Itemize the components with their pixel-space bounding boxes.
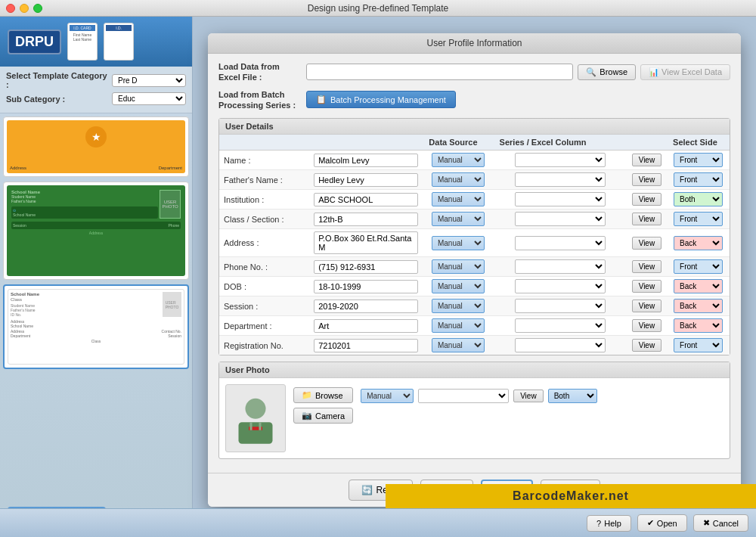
bottom-cancel-button[interactable]: ✖ Cancel bbox=[693, 514, 748, 532]
col-value bbox=[309, 135, 423, 151]
photo-datasource-select[interactable]: Manual Excel bbox=[361, 389, 414, 403]
user-photo-section: User Photo bbox=[218, 362, 730, 459]
series-select[interactable] bbox=[515, 299, 606, 313]
datasource-select[interactable]: Manual Excel Database bbox=[432, 236, 485, 250]
batch-processing-button[interactable]: 📋 Batch Processing Management bbox=[306, 91, 456, 108]
view-button[interactable]: View bbox=[632, 300, 662, 312]
excel-file-input[interactable] bbox=[306, 64, 573, 80]
field-value: Hedley Levy bbox=[314, 173, 418, 187]
view-button[interactable]: View bbox=[632, 339, 662, 352]
field-value-cell: 2019-2020 bbox=[309, 296, 423, 316]
series-cell bbox=[494, 316, 627, 336]
view-button[interactable]: View bbox=[632, 154, 662, 166]
field-value-cell: 7210201 bbox=[309, 336, 423, 355]
bottom-open-button[interactable]: ✔ Open bbox=[637, 514, 687, 532]
view-cell: View bbox=[627, 151, 667, 170]
col-field-label bbox=[219, 135, 309, 151]
template-item-orange[interactable]: ★ Address Department bbox=[3, 116, 189, 177]
series-select[interactable] bbox=[515, 259, 606, 274]
main-layout: DRPU I.D. CARD First NameLast Name I.D. … bbox=[0, 17, 756, 537]
bottom-help-button[interactable]: ? Help bbox=[587, 515, 631, 532]
photo-controls: 📁 Browse 📷 Camera bbox=[293, 384, 353, 424]
view-button[interactable]: View bbox=[632, 213, 662, 225]
cancel-icon: ✖ bbox=[703, 518, 710, 528]
side-cell: Front Back Both bbox=[667, 316, 730, 336]
datasource-cell: Manual Excel Database bbox=[423, 257, 493, 277]
series-select[interactable] bbox=[515, 236, 606, 250]
datasource-select[interactable]: Manual Excel Database bbox=[432, 279, 485, 293]
field-value: Art bbox=[314, 319, 418, 333]
view-cell: View bbox=[627, 336, 667, 355]
photo-placeholder bbox=[225, 384, 286, 452]
user-details-table: Data Source Series / Excel Column Select… bbox=[219, 135, 730, 355]
browse-photo-button[interactable]: 📁 Browse bbox=[293, 387, 353, 403]
photo-side-select[interactable]: Both Front Back bbox=[548, 389, 597, 403]
view-button[interactable]: View bbox=[632, 260, 662, 273]
view-cell: View bbox=[627, 296, 667, 316]
datasource-select[interactable]: Manual Excel Database bbox=[432, 212, 485, 226]
datasource-cell: Manual Excel Database bbox=[423, 229, 493, 257]
side-select[interactable]: Front Back Both bbox=[674, 318, 723, 333]
side-cell: Front Back Both bbox=[667, 190, 730, 210]
sub-category-row: Sub Category : Educ bbox=[6, 92, 186, 105]
view-excel-button[interactable]: 📊 View Excel Data bbox=[640, 64, 730, 80]
view-button[interactable]: View bbox=[632, 237, 662, 250]
view-button[interactable]: View bbox=[632, 319, 662, 332]
maximize-traffic-light[interactable] bbox=[33, 4, 42, 13]
series-select[interactable] bbox=[515, 153, 606, 167]
side-select[interactable]: Front Back Both bbox=[674, 279, 723, 293]
view-cell: View bbox=[627, 257, 667, 277]
content-area: User Profile Information Load Data fromE… bbox=[193, 17, 756, 537]
side-select[interactable]: Front Back Both bbox=[674, 259, 723, 274]
template-category-select[interactable]: Pre D bbox=[112, 74, 186, 87]
close-traffic-light[interactable] bbox=[6, 4, 15, 13]
series-select[interactable] bbox=[515, 279, 606, 293]
datasource-select[interactable]: Manual Excel Database bbox=[432, 299, 485, 313]
sub-category-label: Sub Category : bbox=[6, 95, 112, 104]
barcode-text: BarcodeMaker.net bbox=[513, 489, 629, 503]
template-item-green[interactable]: School Name Student Name Father's Name ⊙… bbox=[3, 182, 189, 280]
series-cell bbox=[494, 257, 627, 277]
side-select[interactable]: Front Back Both bbox=[674, 236, 723, 250]
datasource-select[interactable]: Manual Excel Database bbox=[432, 153, 485, 167]
datasource-select[interactable]: Manual Excel Database bbox=[432, 259, 485, 274]
view-button[interactable]: View bbox=[632, 173, 662, 186]
traffic-lights bbox=[6, 4, 42, 13]
series-select[interactable] bbox=[515, 318, 606, 333]
browse-icon: 🔍 bbox=[586, 67, 596, 77]
side-select[interactable]: Front Back Both bbox=[674, 338, 723, 352]
series-select[interactable] bbox=[515, 338, 606, 352]
series-select[interactable] bbox=[515, 212, 606, 226]
side-select[interactable]: Front Back Both bbox=[674, 172, 723, 187]
template-item-white[interactable]: School Name Class Student NameFather's N… bbox=[3, 284, 189, 369]
datasource-select[interactable]: Manual Excel Database bbox=[432, 192, 485, 206]
series-select[interactable] bbox=[515, 192, 606, 206]
browse-excel-button[interactable]: 🔍 Browse bbox=[578, 64, 636, 80]
datasource-cell: Manual Excel Database bbox=[423, 277, 493, 296]
minimize-traffic-light[interactable] bbox=[20, 4, 29, 13]
table-row: Class / Section : 12th-B Manual Excel Da… bbox=[219, 210, 730, 229]
datasource-select[interactable]: Manual Excel Database bbox=[432, 172, 485, 187]
bottom-right: ? Help ✔ Open ✖ Cancel bbox=[587, 514, 748, 532]
datasource-select[interactable]: Manual Excel Database bbox=[432, 318, 485, 333]
col-view bbox=[627, 135, 667, 151]
side-select[interactable]: Front Back Both bbox=[674, 212, 723, 226]
series-cell bbox=[494, 277, 627, 296]
view-button[interactable]: View bbox=[632, 280, 662, 293]
field-label: Address : bbox=[219, 229, 309, 257]
side-select[interactable]: Front Back Both bbox=[674, 153, 723, 167]
photo-view-button[interactable]: View bbox=[513, 390, 544, 402]
side-select[interactable]: Front Back Both bbox=[674, 192, 723, 206]
field-value: 12th-B bbox=[314, 213, 418, 226]
title-bar: Design using Pre-defined Template bbox=[0, 0, 756, 17]
series-select[interactable] bbox=[515, 172, 606, 187]
svg-point-0 bbox=[246, 399, 266, 419]
sub-category-select[interactable]: Educ bbox=[112, 92, 186, 105]
table-row: DOB : 18-10-1999 Manual Excel Database V… bbox=[219, 277, 730, 296]
photo-series-select[interactable] bbox=[418, 389, 509, 403]
field-value-cell: (715) 912-6931 bbox=[309, 257, 423, 277]
camera-button[interactable]: 📷 Camera bbox=[293, 408, 353, 424]
side-select[interactable]: Front Back Both bbox=[674, 299, 723, 313]
datasource-select[interactable]: Manual Excel Database bbox=[432, 338, 485, 352]
view-button[interactable]: View bbox=[632, 193, 662, 206]
